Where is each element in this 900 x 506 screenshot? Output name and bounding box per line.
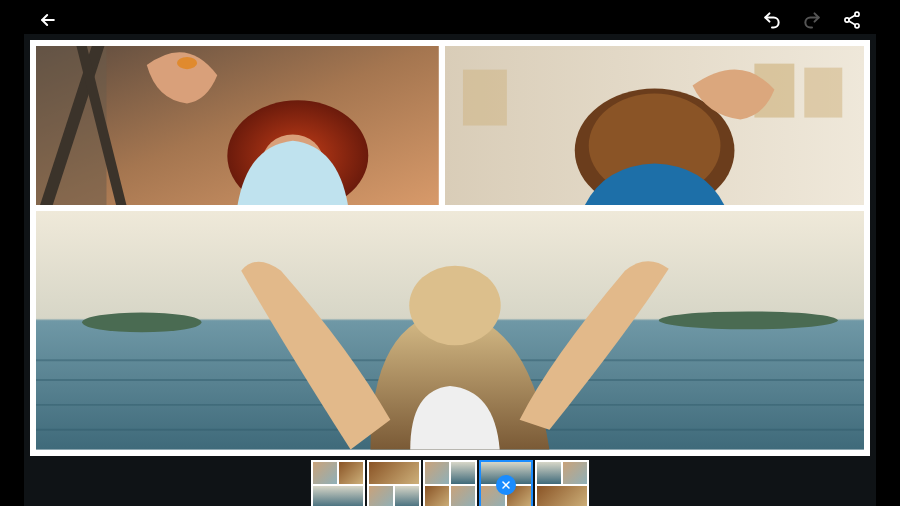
layout-thumb-3[interactable] bbox=[423, 460, 477, 506]
undo-button[interactable] bbox=[758, 6, 786, 34]
redo-button[interactable] bbox=[798, 6, 826, 34]
svg-rect-12 bbox=[804, 68, 842, 118]
svg-point-9 bbox=[177, 57, 197, 69]
svg-point-18 bbox=[659, 311, 838, 329]
collage-slot-top-right[interactable] bbox=[445, 46, 864, 205]
layout-thumb-2[interactable] bbox=[367, 460, 421, 506]
back-button[interactable] bbox=[34, 6, 62, 34]
svg-rect-13 bbox=[463, 70, 507, 126]
svg-point-17 bbox=[82, 312, 201, 332]
app-window bbox=[24, 6, 876, 506]
collage[interactable] bbox=[30, 40, 870, 456]
share-button[interactable] bbox=[838, 6, 866, 34]
layout-thumb-1[interactable] bbox=[311, 460, 365, 506]
layout-thumbnails bbox=[30, 456, 870, 506]
svg-point-19 bbox=[409, 266, 500, 346]
layout-thumb-5[interactable] bbox=[535, 460, 589, 506]
editor-canvas bbox=[24, 34, 876, 506]
layout-thumb-4[interactable] bbox=[479, 460, 533, 506]
collage-slot-top-left[interactable] bbox=[36, 46, 439, 205]
close-icon[interactable] bbox=[496, 475, 516, 495]
collage-slot-bottom[interactable] bbox=[36, 211, 864, 450]
top-toolbar bbox=[24, 6, 876, 34]
